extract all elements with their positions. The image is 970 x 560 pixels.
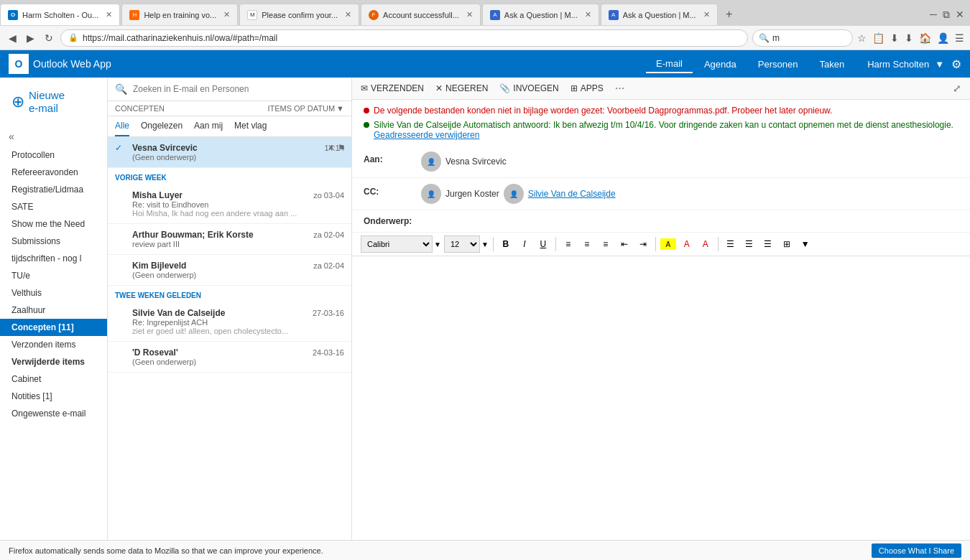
sidebar-item-tue[interactable]: TU/e bbox=[0, 267, 107, 284]
tab-ask2[interactable]: A Ask a Question | M... ✕ bbox=[601, 4, 718, 25]
send-button[interactable]: ✉ VERZENDEN bbox=[361, 83, 424, 93]
tab-help[interactable]: H Help en training vo... ✕ bbox=[121, 4, 238, 25]
email-body[interactable] bbox=[352, 256, 970, 540]
align-left-button[interactable]: ☰ bbox=[723, 236, 739, 252]
sidebar-item-concepten[interactable]: Concepten [11] bbox=[0, 319, 107, 336]
email-item-kim[interactable]: Kim Bijleveld za 02-04 (Geen onderwerp) bbox=[108, 255, 351, 286]
numbering-button[interactable]: ≡ bbox=[579, 236, 595, 252]
back-button[interactable]: ◀ bbox=[6, 31, 19, 45]
settings-icon[interactable]: ⚙ bbox=[951, 57, 961, 71]
nav-personen[interactable]: Personen bbox=[748, 56, 808, 73]
url-bar[interactable]: 🔒 https://mail.catharinaziekenhuis.nl/ow… bbox=[60, 29, 748, 47]
outdent-button[interactable]: ⇤ bbox=[616, 236, 632, 252]
new-email-button[interactable]: ⊕ Nieuwee-mail bbox=[0, 83, 107, 126]
user-icon[interactable]: 👤 bbox=[937, 32, 949, 44]
email-item-silvie[interactable]: Silvie Van de Calseijde 27-03-16 Re: Ing… bbox=[108, 302, 351, 342]
flag-icon-vesna[interactable]: ⚑ bbox=[338, 143, 346, 153]
tab-close-outlook[interactable]: ✕ bbox=[106, 10, 112, 19]
tab-gmail[interactable]: M Please confirm your... ✕ bbox=[239, 4, 359, 25]
to-recipient[interactable]: Vesna Svircevic bbox=[445, 157, 507, 167]
remove-recipient-link[interactable]: Geadresseerde verwijderen bbox=[374, 130, 479, 140]
bookmark-icon[interactable]: ☆ bbox=[857, 32, 867, 44]
tab-account[interactable]: F Account successfull... ✕ bbox=[361, 4, 481, 25]
bullets-button[interactable]: ≡ bbox=[560, 236, 576, 252]
cc-silvie[interactable]: Silvie Van de Calseijde bbox=[528, 189, 616, 199]
tab-close-help[interactable]: ✕ bbox=[223, 10, 230, 19]
email-item-misha[interactable]: Misha Luyer zo 03-04 Re: visit to Eindho… bbox=[108, 185, 351, 224]
tab-outlook[interactable]: O Harm Scholten - Ou... ✕ bbox=[0, 4, 120, 25]
filter-sort-button[interactable]: ITEMS OP DATUM ▼ bbox=[267, 104, 344, 113]
reader-icon[interactable]: 📋 bbox=[872, 32, 884, 44]
compose-toolbar: ✉ VERZENDEN ✕ NEGEREN 📎 INVOEGEN ⊞ APPS … bbox=[352, 78, 970, 100]
sidebar-item-velthuis[interactable]: Velthuis bbox=[0, 284, 107, 302]
sidebar-item-tijdschriften[interactable]: tijdschriften - nog l bbox=[0, 250, 107, 267]
tab-aan-mij[interactable]: Aan mij bbox=[194, 116, 223, 136]
indent-button[interactable]: ≡ bbox=[598, 236, 614, 252]
sidebar-item-protocollen[interactable]: Protocollen bbox=[0, 146, 107, 164]
close-button[interactable]: ✕ bbox=[956, 9, 964, 20]
collapse-sidebar-button[interactable]: « bbox=[0, 126, 107, 146]
nav-email[interactable]: E-mail bbox=[646, 55, 693, 73]
align-right-button[interactable]: ☰ bbox=[760, 236, 776, 252]
home-icon[interactable]: 🏠 bbox=[919, 32, 931, 44]
tab-close-account[interactable]: ✕ bbox=[466, 10, 473, 19]
table-button[interactable]: ⊞ bbox=[779, 236, 795, 252]
tab-ongelezen[interactable]: Ongelezen bbox=[141, 116, 183, 136]
apps-button[interactable]: ⊞ APPS bbox=[571, 83, 604, 93]
indent-more-button[interactable]: ⇥ bbox=[635, 236, 651, 252]
pocket-icon[interactable]: ⬇ bbox=[890, 32, 899, 44]
tab-close-ask2[interactable]: ✕ bbox=[703, 10, 710, 19]
email-item-vesna[interactable]: ✓ Vesna Svircevic 14:14 (Geen onderwerp)… bbox=[108, 137, 351, 168]
font-family-select[interactable]: Calibri bbox=[361, 235, 433, 253]
nav-agenda[interactable]: Agenda bbox=[694, 56, 747, 73]
sidebar-item-refereeravonden[interactable]: Refereeravonden bbox=[0, 164, 107, 181]
search-input[interactable] bbox=[133, 84, 344, 94]
clear-format-button[interactable]: A bbox=[698, 236, 713, 252]
subject-input[interactable] bbox=[421, 216, 959, 226]
sidebar-item-showme[interactable]: Show me the Need bbox=[0, 215, 107, 233]
tab-close-gmail[interactable]: ✕ bbox=[345, 10, 351, 19]
sidebar-item-submissions[interactable]: Submissions bbox=[0, 233, 107, 250]
highlight-button[interactable]: A bbox=[660, 238, 676, 250]
cc-avatar-silvie: 👤 bbox=[504, 184, 524, 204]
tab-alle[interactable]: Alle bbox=[115, 116, 129, 136]
cc-jurgen[interactable]: Jurgen Koster bbox=[445, 189, 499, 199]
new-tab-button[interactable]: + bbox=[719, 4, 739, 24]
more-toolbar-button[interactable]: ··· bbox=[615, 82, 624, 95]
menu-icon[interactable]: ☰ bbox=[955, 32, 964, 44]
sidebar-item-verzonden[interactable]: Verzonden items bbox=[0, 336, 107, 353]
more-format-button[interactable]: ▼ bbox=[798, 236, 813, 252]
tab-ask1[interactable]: A Ask a Question | M... ✕ bbox=[482, 4, 599, 25]
sidebar-item-verwijderde[interactable]: Verwijderde items bbox=[0, 353, 107, 370]
tab-met-vlag[interactable]: Met vlag bbox=[234, 116, 267, 136]
discard-button[interactable]: ✕ NEGEREN bbox=[435, 83, 488, 93]
sidebar-item-registratie[interactable]: Registratie/Lidmaa bbox=[0, 181, 107, 198]
expand-button[interactable]: ⤢ bbox=[953, 83, 961, 94]
download-icon[interactable]: ⬇ bbox=[905, 32, 913, 44]
sidebar-item-sate[interactable]: SATE bbox=[0, 198, 107, 215]
sidebar-item-notities[interactable]: Notities [1] bbox=[0, 388, 107, 405]
email-item-arthur[interactable]: Arthur Bouwman; Erik Korste za 02-04 rev… bbox=[108, 224, 351, 255]
sidebar-item-ongewenste[interactable]: Ongewenste e-mail bbox=[0, 405, 107, 422]
user-dropdown-icon[interactable]: ▼ bbox=[935, 59, 944, 70]
italic-button[interactable]: I bbox=[517, 236, 532, 252]
delete-icon-vesna[interactable]: ✕ bbox=[328, 143, 335, 153]
underline-button[interactable]: U bbox=[535, 236, 551, 252]
forward-button[interactable]: ▶ bbox=[24, 31, 37, 45]
align-center-button[interactable]: ☰ bbox=[742, 236, 757, 252]
search-box[interactable]: 🔍 m bbox=[752, 29, 853, 47]
minimize-button[interactable]: ─ bbox=[930, 9, 937, 20]
font-size-select[interactable]: 12 bbox=[444, 235, 480, 253]
sidebar-item-zaalhuur[interactable]: Zaalhuur bbox=[0, 302, 107, 319]
sort-dropdown-icon: ▼ bbox=[336, 104, 344, 113]
restore-button[interactable]: ⧉ bbox=[943, 9, 950, 21]
bold-button[interactable]: B bbox=[498, 236, 514, 252]
choose-share-button[interactable]: Choose What I Share bbox=[872, 543, 961, 558]
font-color-button[interactable]: A bbox=[679, 236, 695, 252]
tab-close-ask1[interactable]: ✕ bbox=[585, 10, 591, 19]
nav-taken[interactable]: Taken bbox=[809, 56, 854, 73]
sidebar-item-cabinet[interactable]: Cabinet bbox=[0, 370, 107, 388]
attach-button[interactable]: 📎 INVOEGEN bbox=[499, 83, 558, 93]
refresh-button[interactable]: ↻ bbox=[42, 31, 56, 45]
email-item-roseval[interactable]: 'D Roseval' 24-03-16 (Geen onderwerp) bbox=[108, 342, 351, 373]
